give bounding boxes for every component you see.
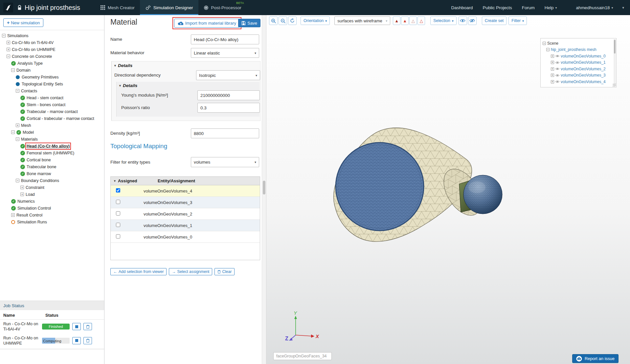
assignment-checkbox[interactable] (116, 223, 120, 227)
expand-icon[interactable]: + (7, 48, 10, 51)
collapse-icon[interactable]: − (11, 130, 15, 134)
assignment-checkbox[interactable] (116, 188, 120, 193)
tree-item-head-co-cr-mo-alloy[interactable]: ✓Head (Co-Cr-Mo alloy) (0, 143, 104, 149)
scrollbar-thumb[interactable] (614, 40, 616, 54)
tree-item-bone-marrow[interactable]: ✓Bone marrow (0, 170, 104, 177)
poisson-ratio-input[interactable] (197, 103, 260, 113)
expand-icon[interactable]: + (551, 61, 554, 64)
panel-scrollbar[interactable] (262, 15, 266, 364)
tree-item-simulation-runs[interactable]: Simulation Runs (0, 218, 104, 225)
chevron-down-icon[interactable]: ▾ (622, 6, 624, 10)
tree-item-cortical-trabecular-marrow-contact[interactable]: ✓Cortical - trabecular - marrow contact (0, 115, 104, 122)
select-assignment-button[interactable]: → Select assignment (169, 268, 212, 275)
expand-icon[interactable]: + (7, 41, 10, 44)
tree-item-numerics[interactable]: ✓Numerics (0, 198, 104, 205)
orientation-dropdown[interactable]: Orientation ▾ (301, 16, 330, 25)
assignment-row-volumeongeovolumes-1[interactable]: volumeOnGeoVolumes_1 (111, 220, 260, 231)
render-mode-select[interactable]: surfaces with wireframe ▾ (334, 16, 390, 25)
expand-icon[interactable]: + (551, 67, 554, 71)
visibility-eye-icon[interactable] (555, 67, 559, 70)
report-issue-button[interactable]: Report an issue (572, 354, 619, 363)
tree-item-concrete-on-concrete[interactable]: −Concrete on Concrete (0, 53, 104, 60)
scrollbar-thumb[interactable] (263, 181, 265, 194)
tree-item-domain[interactable]: −Domain (0, 67, 104, 74)
show-selection-button[interactable] (459, 16, 467, 25)
assignment-row-volumeongeovolumes-4[interactable]: volumeOnGeoVolumes_4 (111, 185, 260, 197)
face-group-input[interactable] (273, 352, 332, 360)
collapse-icon[interactable]: − (11, 68, 15, 72)
tree-item-trabecular-bone[interactable]: ✓Trabecular bone (0, 163, 104, 170)
create-set-button[interactable]: Create set (482, 16, 507, 25)
scene-node-volumeongeovolumes-2[interactable]: +volumeOnGeoVolumes_2 (541, 66, 616, 72)
visibility-eye-icon[interactable] (555, 74, 559, 77)
tree-item-stem-bones-contact[interactable]: ✓Stem - bones contact (0, 101, 104, 108)
filter-dropdown[interactable]: Filter ▾ (508, 16, 527, 25)
scene-node-hip-joint-prosthesis-mesh[interactable]: −hip_joint_prosthesis mesh (541, 47, 616, 53)
collapse-icon[interactable]: − (543, 42, 546, 45)
tree-item-boundary-conditions[interactable]: −Boundary Conditions (0, 177, 104, 184)
expand-icon[interactable]: + (20, 186, 24, 189)
assigned-column-header[interactable]: ▼ Assigned (111, 178, 155, 183)
expand-icon[interactable]: + (551, 74, 554, 77)
visibility-eye-icon[interactable] (555, 61, 559, 64)
tree-item-simulation-control[interactable]: ✓Simulation Control (0, 205, 104, 212)
selection-dropdown[interactable]: Selection ▾ (430, 16, 456, 25)
trabecular-section-mesh[interactable] (336, 143, 424, 231)
tree-item-head-stem-contact[interactable]: ✓Head - stem contact (0, 94, 104, 101)
assignment-row-volumeongeovolumes-3[interactable]: volumeOnGeoVolumes_3 (111, 197, 260, 208)
prosthesis-head-sphere[interactable] (463, 175, 502, 214)
mesh-display-button-3[interactable]: △ (409, 16, 417, 25)
new-simulation-button[interactable]: + New simulation (3, 18, 43, 27)
scene-node-volumeongeovolumes-1[interactable]: +volumeOnGeoVolumes_1 (541, 59, 616, 66)
mesh-display-button-2[interactable]: ▲ (401, 16, 409, 25)
delete-run-button[interactable] (83, 323, 92, 330)
add-selection-from-viewer-button[interactable]: ← Add selection from viewer (110, 268, 167, 275)
zoom-in-button[interactable] (269, 16, 278, 25)
collapse-icon[interactable]: − (546, 48, 550, 51)
scene-node-volumeongeovolumes-4[interactable]: +volumeOnGeoVolumes_4 (541, 79, 616, 85)
viewer-3d[interactable]: Orientation ▾ surfaces with wireframe ▾ … (266, 15, 630, 364)
tab-mesh-creator[interactable]: Mesh Creator (95, 0, 140, 15)
nav-help[interactable]: Help▾ (545, 5, 557, 10)
youngs-modulus-input[interactable] (197, 90, 260, 100)
tree-item-contacts[interactable]: −Contacts (0, 87, 104, 94)
collapse-icon[interactable]: − (2, 34, 6, 37)
tree-item-trabecular-marrow-contact[interactable]: ✓Trabecular - marrow contact (0, 108, 104, 115)
save-button[interactable]: Save (238, 19, 260, 27)
tree-item-cortical-bone[interactable]: ✓Cortical bone (0, 156, 104, 163)
collapse-icon[interactable]: − (7, 55, 10, 58)
nav-public-projects[interactable]: Public Projects (483, 5, 512, 10)
tree-item-co-cr-mo-on-ti-6al-4v[interactable]: +Co-Cr-Mo on Ti-6Al-4V (0, 39, 104, 46)
details-header[interactable]: ▼ Details (114, 63, 132, 68)
tree-item-result-control[interactable]: +Result Control (0, 212, 104, 218)
resize-handle[interactable] (613, 83, 616, 87)
material-name-input[interactable] (191, 34, 259, 44)
tree-item-simulations[interactable]: −Simulations (0, 32, 104, 39)
tab-simulation-designer[interactable]: Simulation Designer (140, 0, 198, 15)
visibility-eye-icon[interactable] (555, 55, 559, 57)
collapse-icon[interactable]: − (16, 179, 19, 182)
tree-item-materials[interactable]: −Materials (0, 136, 104, 143)
expand-icon[interactable]: + (551, 55, 554, 58)
expand-icon[interactable]: + (20, 193, 24, 196)
scene-scrollbar[interactable] (614, 39, 616, 86)
stop-run-button[interactable] (72, 337, 81, 344)
assignment-row-volumeongeovolumes-0[interactable]: volumeOnGeoVolumes_0 (111, 231, 260, 243)
entity-type-filter-select[interactable]: volumes ▾ (191, 157, 259, 167)
expand-icon[interactable]: + (551, 80, 554, 83)
tree-item-model[interactable]: −✓Model (0, 129, 104, 136)
tree-item-mesh[interactable]: +Mesh (0, 122, 104, 129)
mesh-display-button-1[interactable]: ▲ (393, 16, 400, 25)
mesh-display-button-4[interactable]: △ (417, 16, 425, 25)
nav-dashboard[interactable]: Dashboard (451, 5, 473, 10)
user-menu[interactable]: ahmedhussain18▾ (576, 5, 613, 10)
assignment-checkbox[interactable] (116, 234, 120, 239)
assignment-row-volumeongeovolumes-2[interactable]: volumeOnGeoVolumes_2 (111, 208, 260, 220)
zoom-window-button[interactable] (279, 16, 287, 25)
collapse-icon[interactable]: − (16, 137, 19, 141)
tree-item-geometry-primitives[interactable]: Geometry Primitives (0, 74, 104, 80)
scene-node-volumeongeovolumes-3[interactable]: +volumeOnGeoVolumes_3 (541, 72, 616, 79)
tree-item-topological-entity-sets[interactable]: Topological Entity Sets (0, 80, 104, 87)
expand-icon[interactable]: + (11, 213, 15, 217)
material-behavior-select[interactable]: Linear elastic ▾ (191, 48, 259, 58)
